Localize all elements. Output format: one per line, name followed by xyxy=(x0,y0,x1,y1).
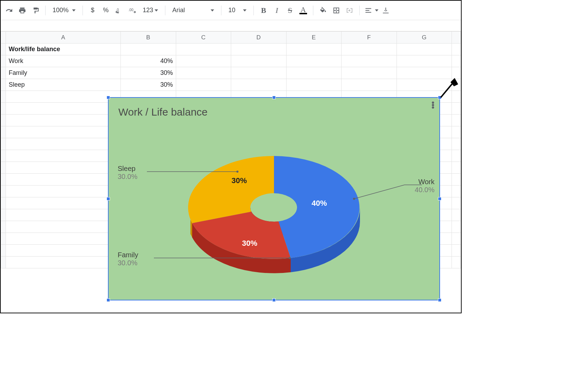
cell-B4[interactable]: 30% xyxy=(121,79,176,91)
resize-handle[interactable] xyxy=(107,96,110,99)
chart-label-work: Work40.0% xyxy=(415,178,434,194)
zoom-value: 100% xyxy=(53,7,69,14)
horizontal-align-dropdown[interactable] xyxy=(363,4,380,17)
col-header-E[interactable]: E xyxy=(286,32,342,44)
print-button[interactable] xyxy=(16,4,29,17)
chart-object[interactable]: Work / Life balance ••• xyxy=(109,98,439,300)
italic-button[interactable]: I xyxy=(271,4,283,17)
chevron-down-icon xyxy=(72,9,76,11)
cell-A4[interactable]: Sleep xyxy=(6,79,121,91)
resize-handle[interactable] xyxy=(438,197,441,201)
column-header-row: A B C D E F G xyxy=(1,32,461,44)
slice-label-work: 40% xyxy=(312,199,327,207)
bold-button[interactable]: B xyxy=(257,4,270,17)
donut-chart: 40% 30% 30% xyxy=(109,98,439,300)
chevron-down-icon xyxy=(375,9,378,11)
slice-label-sleep: 30% xyxy=(232,176,247,185)
chart-label-sleep: Sleep30.0% xyxy=(118,165,138,181)
resize-handle[interactable] xyxy=(438,298,441,302)
separator xyxy=(253,6,254,15)
chevron-down-icon xyxy=(211,9,214,11)
separator xyxy=(359,6,360,15)
strikethrough-button[interactable]: S xyxy=(284,4,296,17)
cell-B2[interactable]: 40% xyxy=(121,55,176,67)
col-header-F[interactable]: F xyxy=(342,32,397,44)
decrease-decimal-button[interactable]: .0 xyxy=(113,4,125,17)
svg-text:.00: .00 xyxy=(128,8,133,11)
col-header-A[interactable]: A xyxy=(6,32,121,44)
cell-A2[interactable]: Work xyxy=(6,55,121,67)
cell-B3[interactable]: 30% xyxy=(121,67,176,79)
font-size-dropdown[interactable]: 10 xyxy=(225,4,250,17)
borders-button[interactable] xyxy=(330,4,343,17)
toolbar: 100% $ % .0 .00 123 Arial 10 B I S A xyxy=(1,1,461,20)
separator xyxy=(313,6,313,15)
col-header-C[interactable]: C xyxy=(176,32,231,44)
col-header-G[interactable]: G xyxy=(397,32,452,44)
increase-decimal-button[interactable]: .00 xyxy=(126,4,139,17)
formula-bar[interactable] xyxy=(1,20,461,31)
separator xyxy=(165,6,165,15)
slice-label-family: 30% xyxy=(242,239,257,248)
separator xyxy=(83,6,83,15)
format-123-label: 123 xyxy=(143,7,153,14)
chevron-down-icon xyxy=(243,9,246,11)
fill-color-button[interactable] xyxy=(317,4,329,17)
chevron-down-icon xyxy=(155,9,158,11)
resize-handle[interactable] xyxy=(107,197,110,201)
select-all-corner[interactable] xyxy=(1,32,6,44)
col-header-D[interactable]: D xyxy=(231,32,287,44)
chart-label-family: Family30.0% xyxy=(118,251,138,267)
text-color-button[interactable]: A xyxy=(297,4,309,17)
cell-A1[interactable]: Work/life balance xyxy=(6,44,121,55)
resize-handle[interactable] xyxy=(272,96,276,99)
percent-button[interactable]: % xyxy=(100,4,112,17)
font-family-value: Arial xyxy=(172,7,185,14)
paint-format-button[interactable] xyxy=(29,4,42,17)
col-header-B[interactable]: B xyxy=(121,32,176,44)
cursor-arrow-icon xyxy=(439,77,460,100)
number-format-dropdown[interactable]: 123 xyxy=(139,4,162,17)
resize-handle[interactable] xyxy=(107,298,110,302)
vertical-align-dropdown[interactable] xyxy=(381,4,391,17)
resize-handle[interactable] xyxy=(272,298,276,302)
zoom-dropdown[interactable]: 100% xyxy=(49,4,79,17)
currency-button[interactable]: $ xyxy=(86,4,99,17)
font-size-value: 10 xyxy=(228,7,235,14)
redo-button[interactable] xyxy=(3,4,15,17)
separator xyxy=(221,6,221,15)
separator xyxy=(45,6,46,15)
font-family-dropdown[interactable]: Arial xyxy=(169,4,218,17)
merge-cells-button[interactable] xyxy=(343,4,356,17)
cell-A3[interactable]: Family xyxy=(6,67,121,79)
